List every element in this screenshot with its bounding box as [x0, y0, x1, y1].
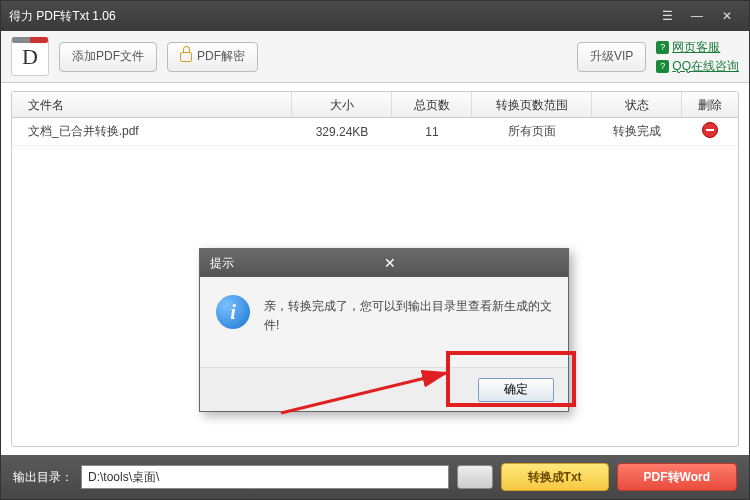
col-range: 转换页数范围 — [472, 92, 592, 117]
table-header: 文件名 大小 总页数 转换页数范围 状态 删除 — [12, 92, 738, 118]
lock-icon — [180, 52, 192, 62]
cell-status: 转换完成 — [592, 118, 682, 145]
cell-delete — [682, 117, 738, 146]
app-logo: D — [11, 38, 49, 76]
cell-filename: 文档_已合并转换.pdf — [12, 118, 292, 145]
dialog-title-text: 提示 — [210, 255, 384, 272]
dialog-titlebar: 提示 ✕ — [200, 249, 568, 277]
info-dialog: 提示 ✕ i 亲，转换完成了，您可以到输出目录里查看新生成的文件! 确定 — [199, 248, 569, 412]
output-label: 输出目录： — [13, 469, 73, 486]
dialog-body: i 亲，转换完成了，您可以到输出目录里查看新生成的文件! — [200, 277, 568, 367]
content-area: 文件名 大小 总页数 转换页数范围 状态 删除 文档_已合并转换.pdf 329… — [1, 83, 749, 455]
cell-size: 329.24KB — [292, 120, 392, 144]
close-icon[interactable]: ✕ — [713, 7, 741, 25]
toolbar: D 添加PDF文件 PDF解密 升级VIP ?网页客服 ?QQ在线咨询 — [1, 31, 749, 83]
col-pages: 总页数 — [392, 92, 472, 117]
cell-pages: 11 — [392, 120, 472, 144]
dialog-close-icon[interactable]: ✕ — [384, 255, 558, 271]
ok-button[interactable]: 确定 — [478, 378, 554, 402]
footer-bar: 输出目录： 转换成Txt PDF转Word — [1, 455, 749, 499]
col-size: 大小 — [292, 92, 392, 117]
upgrade-vip-button[interactable]: 升级VIP — [577, 42, 646, 72]
window-title: 得力 PDF转Txt 1.06 — [9, 8, 651, 25]
help-icon: ? — [656, 41, 669, 54]
help-icon: ? — [656, 60, 669, 73]
qq-support-link[interactable]: ?QQ在线咨询 — [656, 58, 739, 75]
decrypt-pdf-button[interactable]: PDF解密 — [167, 42, 258, 72]
app-window: 得力 PDF转Txt 1.06 ☰ — ✕ D 添加PDF文件 PDF解密 升级… — [0, 0, 750, 500]
dialog-message: 亲，转换完成了，您可以到输出目录里查看新生成的文件! — [264, 295, 552, 357]
output-path-input[interactable] — [81, 465, 449, 489]
minimize-icon[interactable]: — — [683, 7, 711, 25]
browse-button[interactable] — [457, 465, 493, 489]
convert-word-button[interactable]: PDF转Word — [617, 463, 737, 491]
web-support-link[interactable]: ?网页客服 — [656, 39, 739, 56]
settings-icon[interactable]: ☰ — [653, 7, 681, 25]
col-delete: 删除 — [682, 92, 738, 117]
dialog-footer: 确定 — [200, 367, 568, 411]
col-filename: 文件名 — [12, 92, 292, 117]
delete-icon[interactable] — [702, 122, 718, 138]
convert-txt-button[interactable]: 转换成Txt — [501, 463, 609, 491]
cell-range[interactable]: 所有页面 — [472, 118, 592, 145]
support-links: ?网页客服 ?QQ在线咨询 — [656, 39, 739, 75]
info-icon: i — [216, 295, 250, 329]
col-status: 状态 — [592, 92, 682, 117]
add-pdf-button[interactable]: 添加PDF文件 — [59, 42, 157, 72]
table-row[interactable]: 文档_已合并转换.pdf 329.24KB 11 所有页面 转换完成 — [12, 118, 738, 146]
titlebar: 得力 PDF转Txt 1.06 ☰ — ✕ — [1, 1, 749, 31]
